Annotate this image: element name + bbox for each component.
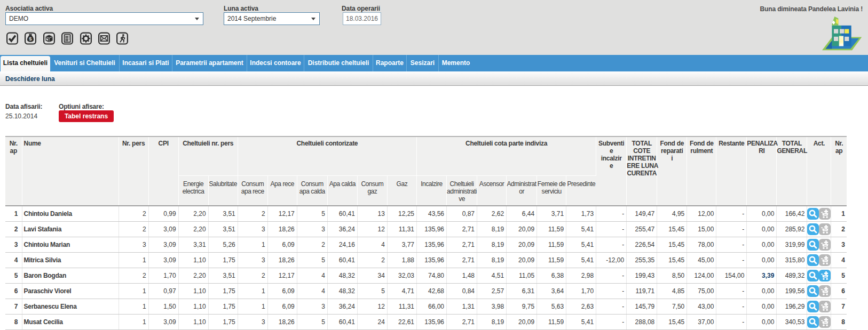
svg-text:$: $ [29, 36, 33, 42]
